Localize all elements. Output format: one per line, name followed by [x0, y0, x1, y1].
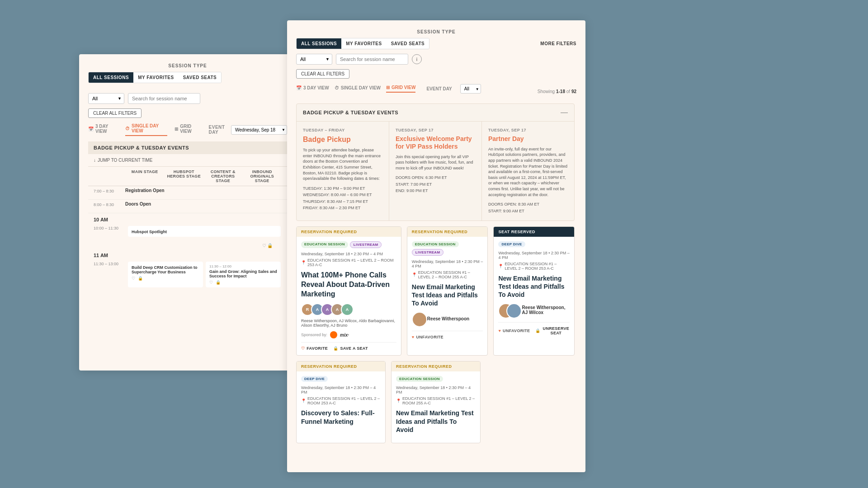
welcome-party-desc: Join this special opening party for all …	[396, 154, 475, 171]
right-event-day-select[interactable]: All	[460, 84, 481, 94]
sponsor-text: mix·	[340, 333, 349, 338]
card2-speaker-name: Reese Witherspoon	[427, 316, 469, 321]
jump-to-current-time[interactable]: ↓ JUMP TO CURRENT TIME	[88, 154, 287, 167]
card1-body: EDUCATION SESSION LIVESTREAM Wednesday, …	[297, 237, 401, 355]
view-tab-3day-right[interactable]: 📅 3 DAY VIEW	[296, 85, 329, 92]
row2-card2-header: RESERVATION REQUIRED	[392, 361, 480, 371]
left-tab-group: ALL SESSIONS MY FAVORITES SAVED SEATS	[88, 72, 222, 83]
card3-unfavorite-button[interactable]: ♥ UNFAVORITE	[498, 326, 530, 335]
location-icon-row2-1: 📍	[301, 399, 306, 403]
tab-my-favorites-right[interactable]: MY FAVORITES	[341, 38, 387, 49]
row2-session-card-2: RESERVATION REQUIRED EDUCATION SESSION W…	[391, 361, 481, 443]
card1-sponsor-row: Sponsored by: mix·	[301, 331, 396, 338]
right-scrollable-content: BADGE PICKUP & TUESDAY EVENTS — TUESDAY …	[296, 103, 576, 472]
left-session-type-select[interactable]: All	[88, 93, 124, 104]
row2-card1-tag-deep: DEEP DIVE	[301, 376, 328, 382]
card1-save-seat-button[interactable]: 🔒 SAVE A SEAT	[333, 346, 368, 351]
card2-tag-live: LIVESTREAM	[412, 249, 444, 256]
view-tab-singleday-right[interactable]: ⏱ SINGLE DAY VIEW	[335, 85, 381, 92]
session-cards-row-1: RESERVATION REQUIRED EDUCATION SESSION L…	[296, 226, 575, 356]
card2-unfavorite-button[interactable]: ♥ UNFAVORITE	[412, 335, 443, 339]
card2-datetime: Wednesday, September 18 • 2:30 PM – 4 PM	[412, 259, 483, 268]
card3-body: DEEP DIVE Wednesday, September 18 • 2:30…	[494, 237, 574, 340]
card1-location: 📍 EDUCATION SESSION #1 – LEVEL 2 – ROOM …	[301, 258, 396, 267]
badge-section-header: BADGE PICKUP & TUESDAY EVENTS —	[297, 104, 574, 122]
card3-title: New Email Marketing Test Ideas and Pitfa…	[498, 274, 570, 299]
tab-saved-seats-left[interactable]: SAVED SEATS	[179, 72, 222, 83]
right-search-input[interactable]	[336, 54, 408, 65]
hubspot-spotlight-title: Hubspot Spotlight	[132, 230, 277, 234]
more-filters-button[interactable]: MORE FILTERS	[540, 41, 576, 46]
doors-open-label: Doors Open	[125, 202, 151, 206]
location-icon-row2-2: 📍	[396, 399, 401, 403]
stage-inbound: INBOUND ORIGINALS STAGE	[243, 169, 282, 183]
card3-datetime: Wednesday, September 18 • 2:30 PM – 4 PM	[498, 251, 570, 260]
stage-headers: MAIN STAGE HUBSPOT HEROES STAGE CONTENT …	[88, 167, 287, 186]
session-gain-grow[interactable]: 11:30 – 12:00 Gain and Grow: Aligning Sa…	[206, 262, 281, 287]
left-clear-filters-button[interactable]: CLEAR ALL FILTERS	[88, 108, 142, 118]
card3-location: 📍 EDUCATION SESSION #1 – LEVEL 2 – ROOM …	[498, 262, 570, 271]
card1-tags: EDUCATION SESSION LIVESTREAM	[301, 241, 396, 248]
hour-11am: 11 AM	[88, 249, 287, 260]
location-icon-2: 📍	[412, 272, 417, 277]
badge-pickup-desc: To pick up your attendee badge, please e…	[303, 147, 382, 182]
view-tab-grid-left[interactable]: ⊞ GRID VIEW	[175, 124, 201, 136]
left-panel: SESSION TYPE ALL SESSIONS MY FAVORITES S…	[79, 54, 296, 371]
tab-all-sessions-left[interactable]: ALL SESSIONS	[89, 72, 133, 83]
welcome-party-times: DOORS OPEN: 6:30 PM ET START: 7:00 PM ET…	[396, 174, 475, 194]
card1-tag-live: LIVESTREAM	[350, 241, 382, 248]
right-session-type-select[interactable]: All	[296, 54, 332, 65]
session-cards-row-2: RESERVATION REQUIRED DEEP DIVE Wednesday…	[296, 361, 575, 443]
stage-hubspot: HUBSPOT HEROES STAGE	[165, 169, 204, 183]
tab-all-sessions-right[interactable]: ALL SESSIONS	[297, 38, 341, 49]
card3-unreserve-button[interactable]: 🔒 UNRESERVE SEAT	[535, 326, 570, 335]
session-card-3: SEAT RESERVED DEEP DIVE Wednesday, Septe…	[493, 226, 575, 356]
right-clear-filters-button[interactable]: CLEAR ALL FILTERS	[296, 69, 349, 79]
left-search-input[interactable]	[128, 93, 200, 104]
lock-icon-session3: 🔒	[216, 280, 221, 285]
card2-avatar	[412, 312, 427, 327]
view-tab-3day-left[interactable]: 📅 3 DAY VIEW	[88, 124, 118, 136]
card1-header-band: RESERVATION REQUIRED	[297, 227, 401, 237]
row2-card1-body: DEEP DIVE Wednesday, September 18 • 2:30…	[297, 371, 385, 434]
card3-speakers-name: Reese Witherspoon, AJ Wilcox	[522, 305, 570, 315]
session-hubspot-spotlight[interactable]: Hubspot Spotlight	[128, 226, 281, 237]
card1-favorite-button[interactable]: ♡ FAVORITE	[301, 346, 328, 351]
badge-pickup-day: TUESDAY – FRIDAY	[303, 128, 382, 132]
badge-section-title: BADGE PICKUP & TUESDAY EVENTS	[303, 110, 398, 115]
build-crm-title: Build Deep CRM Customization to Supercha…	[132, 265, 199, 274]
card1-datetime: Wednesday, September 18 • 2:30 PM – 4 PM	[301, 252, 396, 256]
card1-title: What 100M+ Phone Calls Reveal About Data…	[301, 271, 396, 299]
avatar-1-5: A	[341, 303, 354, 316]
time-10-1130: 10:00 – 11:30	[94, 225, 125, 230]
right-tab-group: ALL SESSIONS MY FAVORITES SAVED SEATS	[296, 38, 429, 49]
partner-day-times: DOORS OPEN: 8:30 AM ET START: 9:00 AM ET	[488, 201, 568, 214]
registration-open-label: Registration Open	[125, 188, 165, 193]
row2-card1-title: Discovery to Sales: Full-Funnel Marketin…	[301, 409, 381, 425]
view-tab-grid-right[interactable]: ⊞ GRID VIEW	[386, 85, 415, 93]
location-icon-3: 📍	[498, 264, 503, 268]
view-tab-singleday-left[interactable]: ⏱ SINGLE DAY VIEW	[125, 123, 167, 136]
left-filter-row: All ▼	[88, 93, 287, 104]
row2-card2-body: EDUCATION SESSION Wednesday, September 1…	[392, 371, 480, 443]
arrow-down-icon: ↓	[94, 158, 96, 163]
badge-section: BADGE PICKUP & TUESDAY EVENTS — TUESDAY …	[296, 103, 575, 221]
tab-my-favorites-left[interactable]: MY FAVORITES	[133, 72, 179, 83]
left-section-title: BADGE PICKUP & TUESDAY EVENTS	[88, 141, 287, 154]
tab-saved-seats-right[interactable]: SAVED SEATS	[387, 38, 429, 49]
row2-session-card-1: RESERVATION REQUIRED DEEP DIVE Wednesday…	[296, 361, 386, 443]
info-button[interactable]: i	[412, 54, 422, 64]
right-view-row: 📅 3 DAY VIEW ⏱ SINGLE DAY VIEW ⊞ GRID VI…	[296, 84, 576, 99]
lock-icon-small: 🔒	[267, 243, 273, 248]
time-7-830: 7:00 – 8:30	[94, 188, 125, 193]
partner-day-card: TUESDAY, SEP 17 Partner Day An invite-on…	[482, 122, 574, 221]
welcome-party-day: TUESDAY, SEP 17	[396, 128, 475, 132]
time-8-830: 8:00 – 8:30	[94, 202, 125, 207]
card2-tags: EDUCATION SESSION LIVESTREAM	[412, 241, 483, 256]
row2-empty-card	[486, 361, 575, 443]
session-build-crm[interactable]: Build Deep CRM Customization to Supercha…	[128, 262, 203, 287]
card3-tags: DEEP DIVE	[498, 241, 570, 247]
calendar-icon-left: 📅	[88, 127, 94, 131]
left-event-day-select[interactable]: Wednesday, Sep 18	[231, 125, 287, 135]
collapse-icon[interactable]: —	[561, 108, 568, 117]
